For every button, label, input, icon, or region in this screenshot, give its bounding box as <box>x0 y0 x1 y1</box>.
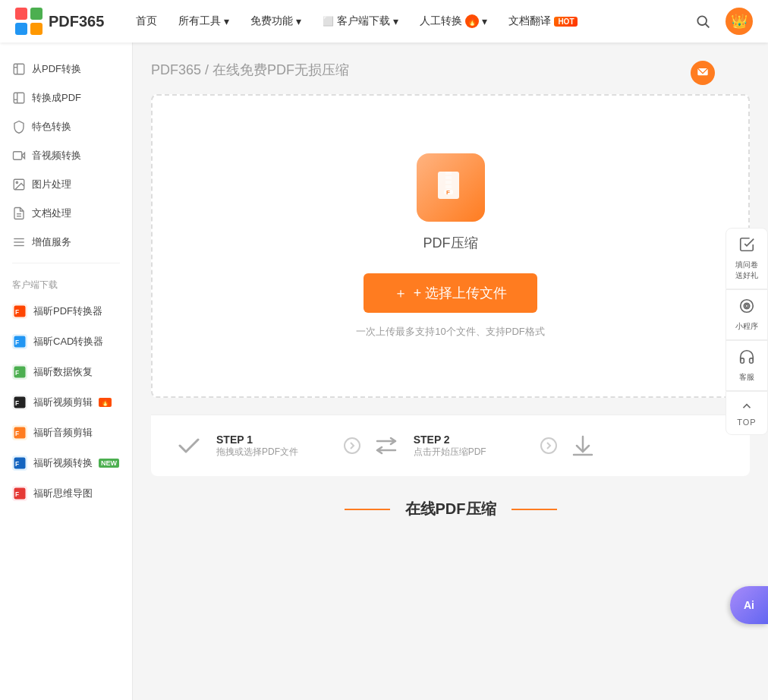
ai-text: Ai <box>744 599 754 611</box>
svg-text:F: F <box>446 189 450 196</box>
sidebar-item-video-convert[interactable]: F 福昕视频转换 NEW <box>0 448 132 478</box>
steps-section: STEP 1 拖拽或选择PDF文件 STEP 2 <box>151 415 750 476</box>
sidebar-item-from-pdf[interactable]: 从PDF转换 <box>0 55 132 84</box>
right-panel: 填问卷 送好礼 小程序 客服 TOP <box>726 228 768 435</box>
miniapp-label: 小程序 <box>735 321 758 332</box>
svg-text:F: F <box>15 309 19 316</box>
step2-icon <box>371 430 401 461</box>
right-panel-support[interactable]: 客服 <box>726 340 768 391</box>
search-icon <box>695 14 710 29</box>
svg-point-46 <box>741 300 754 313</box>
download-icon: ⬜ <box>323 16 334 27</box>
upload-label: PDF压缩 <box>423 234 478 252</box>
sidebar: 从PDF转换 转换成PDF 特色转换 音视频转换 图片处理 <box>0 43 133 700</box>
right-panel-top[interactable]: TOP <box>726 391 768 435</box>
nav-all-tools[interactable]: 所有工具 ▾ <box>169 10 238 33</box>
upload-hint: 一次上传最多支持10个文件、支持PDF格式 <box>356 325 544 339</box>
sidebar-item-video-edit[interactable]: F 福昕视频剪辑 🔥 <box>0 387 132 418</box>
svg-text:F: F <box>15 400 19 407</box>
main-layout: 从PDF转换 转换成PDF 特色转换 音视频转换 图片处理 <box>0 43 768 700</box>
user-avatar[interactable]: 👑 <box>726 8 753 35</box>
client-section-title: 客户端下载 <box>0 270 132 296</box>
pdf-compress-icon: F <box>417 153 485 222</box>
svg-rect-38 <box>445 172 452 175</box>
svg-rect-3 <box>30 23 42 35</box>
new-badge: NEW <box>99 459 119 468</box>
logo-text: PDF365 <box>49 13 104 30</box>
nav-ai-convert[interactable]: 人工转换 🔥 ▾ <box>411 10 496 33</box>
breadcrumb-current: 在线免费PDF无损压缩 <box>212 62 349 77</box>
arrow-right-icon-2 <box>540 437 558 455</box>
image-icon <box>12 178 26 191</box>
sidebar-item-mind-map[interactable]: F 福昕思维导图 <box>0 478 132 509</box>
svg-point-15 <box>16 181 17 183</box>
sidebar-item-value-added[interactable]: 增值服务 <box>0 228 132 257</box>
step2-title: STEP 2 <box>414 434 486 446</box>
step-1: STEP 1 拖拽或选择PDF文件 <box>174 430 333 461</box>
nav-home[interactable]: 首页 <box>127 10 166 33</box>
video-icon <box>12 149 26 162</box>
header: PDF365 首页 所有工具 ▾ 免费功能 ▾ ⬜ 客户端下载 ▾ 人工转换 🔥… <box>0 0 768 43</box>
survey-label: 填问卷 送好礼 <box>735 260 758 281</box>
svg-rect-6 <box>14 64 24 74</box>
svg-rect-0 <box>15 8 27 20</box>
chevron-down-icon: ▾ <box>393 15 398 27</box>
search-button[interactable] <box>689 8 716 35</box>
right-panel-survey[interactable]: 填问卷 送好礼 <box>726 228 768 289</box>
sidebar-item-data-recovery[interactable]: F 福昕数据恢复 <box>0 357 132 387</box>
svg-point-45 <box>541 438 556 453</box>
svg-rect-12 <box>14 152 22 160</box>
compress-icon: F <box>432 169 470 207</box>
step-arrow-2 <box>537 434 560 457</box>
sidebar-item-av-convert[interactable]: 音视频转换 <box>0 141 132 170</box>
step1-desc: 拖拽或选择PDF文件 <box>216 446 298 459</box>
notification-button[interactable] <box>691 61 715 85</box>
hot-badge: 🔥 <box>99 398 112 407</box>
logo[interactable]: PDF365 <box>15 8 104 35</box>
sidebar-item-doc-process[interactable]: 文档处理 <box>0 199 132 228</box>
nav-doc-translate[interactable]: 文档翻译 HOT <box>499 10 587 33</box>
upload-area: F PDF压缩 ＋ + 选择上传文件 一次上传最多支持10个文件、支持PDF格式 <box>151 94 750 398</box>
nav-free-features[interactable]: 免费功能 ▾ <box>241 10 310 33</box>
step-2: STEP 2 点击开始压缩PDF <box>371 430 530 461</box>
breadcrumb-separator: / <box>205 62 212 77</box>
video-edit-icon: F <box>12 395 27 410</box>
breadcrumb-root: PDF365 <box>151 62 201 77</box>
sidebar-item-image-process[interactable]: 图片处理 <box>0 170 132 199</box>
chevron-down-icon: ▾ <box>296 15 301 27</box>
svg-line-5 <box>706 24 710 28</box>
step3-icon <box>568 430 598 461</box>
right-panel-miniapp[interactable]: 小程序 <box>726 289 768 340</box>
miniapp-icon <box>738 298 755 318</box>
sidebar-item-cad-converter[interactable]: F 福昕CAD转换器 <box>0 326 132 357</box>
svg-text:F: F <box>15 339 19 346</box>
hot-badge: HOT <box>554 17 578 27</box>
sidebar-item-audio-edit[interactable]: F 福昕音频剪辑 <box>0 418 132 448</box>
sidebar-item-to-pdf[interactable]: 转换成PDF <box>0 84 132 112</box>
ai-badge[interactable]: Ai <box>730 586 768 624</box>
data-recovery-icon: F <box>12 364 27 380</box>
audio-edit-icon: F <box>12 425 27 440</box>
svg-point-4 <box>697 16 707 25</box>
svg-text:F: F <box>15 461 19 468</box>
svg-rect-9 <box>14 93 24 103</box>
sidebar-item-pdf-converter[interactable]: F 福昕PDF转换器 <box>0 296 132 326</box>
svg-text:F: F <box>15 491 19 498</box>
checkmark-icon <box>177 434 201 458</box>
doc-icon <box>12 207 26 220</box>
sidebar-item-special-convert[interactable]: 特色转换 <box>0 112 132 141</box>
nav-client-download[interactable]: ⬜ 客户端下载 ▾ <box>313 10 408 33</box>
main-nav: 首页 所有工具 ▾ 免费功能 ▾ ⬜ 客户端下载 ▾ 人工转换 🔥 ▾ 文档翻译… <box>127 10 689 33</box>
svg-rect-40 <box>445 181 452 184</box>
chevron-down-icon: ▾ <box>224 15 229 27</box>
upload-button[interactable]: ＋ + 选择上传文件 <box>364 273 538 313</box>
svg-point-44 <box>345 438 360 453</box>
sidebar-divider <box>12 263 120 263</box>
flame-icon: 🔥 <box>465 14 479 28</box>
header-actions: 👑 <box>689 8 753 35</box>
svg-text:F: F <box>15 370 19 377</box>
shield-icon <box>12 120 26 134</box>
chevron-down-icon: ▾ <box>482 15 487 27</box>
to-pdf-icon <box>12 91 26 105</box>
cad-converter-icon: F <box>12 334 27 349</box>
